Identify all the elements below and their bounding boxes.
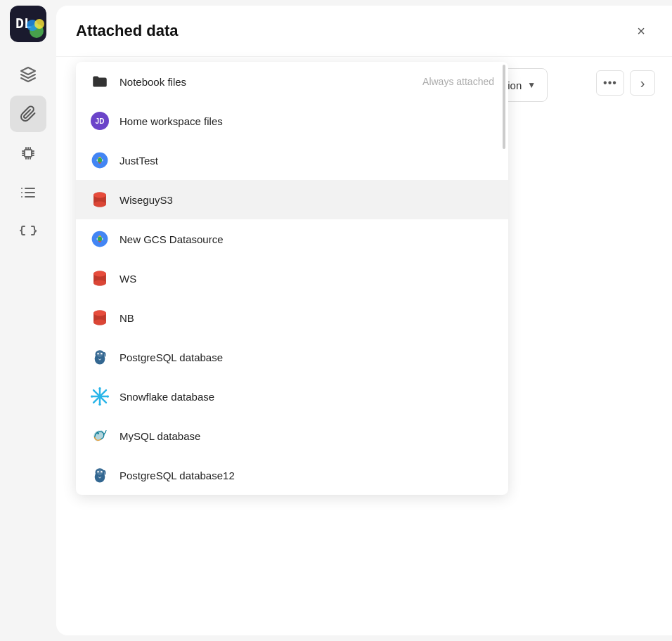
- list-item[interactable]: New GCS Datasource: [76, 219, 508, 259]
- svg-point-23: [101, 353, 102, 354]
- dots-icon: •••: [603, 77, 617, 89]
- s3-icon: [90, 190, 110, 209]
- app-logo[interactable]: DL: [10, 6, 46, 42]
- gcs-icon: [90, 229, 110, 249]
- chevron-right-button[interactable]: ›: [630, 70, 655, 96]
- svg-point-4: [34, 19, 44, 29]
- svg-point-22: [97, 353, 98, 354]
- list-item[interactable]: Snowflake database: [76, 377, 508, 416]
- list-item[interactable]: Notebook files Always attached: [76, 62, 508, 101]
- mysql-icon: [90, 426, 110, 446]
- svg-rect-5: [25, 150, 32, 157]
- chevron-down-icon: ▼: [527, 80, 536, 90]
- item-label: New GCS Datasource: [119, 233, 494, 245]
- item-label: NB: [119, 312, 494, 324]
- scrollbar[interactable]: [503, 62, 507, 495]
- svg-point-17: [93, 319, 106, 325]
- svg-point-30: [98, 403, 101, 406]
- sidebar-item-code[interactable]: [10, 214, 46, 250]
- item-label: Home workspace files: [119, 115, 494, 127]
- svg-point-28: [98, 394, 102, 399]
- chevron-right-icon: ›: [640, 75, 645, 91]
- list-item[interactable]: PostgreSQL database12: [76, 455, 508, 495]
- user-avatar: JD: [91, 112, 109, 130]
- app-container: DL: [0, 0, 672, 641]
- item-label: WiseguyS3: [119, 194, 494, 206]
- gcs-icon: [90, 150, 110, 170]
- attach-icon: [20, 105, 37, 122]
- item-label: Notebook files: [119, 76, 413, 88]
- s3-icon: [90, 308, 110, 328]
- sidebar-item-layers[interactable]: [10, 56, 46, 93]
- svg-point-31: [91, 395, 93, 397]
- svg-point-15: [93, 271, 106, 276]
- svg-point-37: [97, 471, 98, 472]
- sidebar: DL: [0, 0, 56, 641]
- dialog-header: Attached data ×: [56, 6, 672, 57]
- list-item[interactable]: PostgreSQL database: [76, 337, 508, 377]
- avatar-icon: JD: [90, 111, 110, 131]
- item-label: Snowflake database: [119, 391, 494, 403]
- svg-point-14: [93, 280, 106, 285]
- svg-point-33: [97, 433, 98, 434]
- dropdown-list: Notebook files Always attached JD Home w…: [76, 62, 508, 495]
- svg-point-38: [101, 471, 102, 472]
- code-icon: [20, 224, 37, 240]
- svg-point-18: [93, 310, 106, 316]
- list-item[interactable]: MySQL database: [76, 416, 508, 455]
- svg-point-9: [93, 201, 106, 207]
- svg-point-29: [98, 387, 101, 389]
- postgresql-icon: [90, 465, 110, 485]
- sidebar-item-chip[interactable]: [10, 135, 46, 171]
- postgresql-icon: [90, 347, 110, 367]
- svg-point-10: [93, 192, 106, 198]
- list-item[interactable]: WS: [76, 259, 508, 298]
- list-item[interactable]: WiseguyS3: [76, 180, 508, 219]
- main-content: Attached data × Select data to attach ▲ …: [56, 6, 672, 635]
- svg-point-7: [98, 158, 103, 163]
- layers-icon: [20, 66, 37, 83]
- item-label: JustTest: [119, 155, 494, 167]
- s3-icon: [90, 268, 110, 288]
- scrollbar-thumb: [503, 65, 505, 149]
- svg-point-12: [98, 237, 103, 242]
- chip-icon: [20, 145, 37, 162]
- svg-point-32: [107, 395, 109, 397]
- right-panel: ••• ›: [588, 62, 672, 104]
- item-label: PostgreSQL database12: [119, 470, 494, 481]
- dialog-title: Attached data: [76, 22, 178, 40]
- item-label: WS: [119, 273, 494, 285]
- item-label: PostgreSQL database: [119, 351, 494, 363]
- close-button[interactable]: ×: [630, 20, 652, 42]
- item-label: MySQL database: [119, 430, 494, 442]
- item-badge: Always attached: [422, 76, 494, 87]
- folder-icon: [90, 72, 110, 91]
- list-item[interactable]: JD Home workspace files: [76, 101, 508, 141]
- list-item[interactable]: JustTest: [76, 141, 508, 180]
- three-dots-button[interactable]: •••: [596, 70, 624, 96]
- snowflake-icon: [90, 387, 110, 406]
- sidebar-item-attach[interactable]: [10, 96, 46, 132]
- list-icon: [20, 184, 37, 201]
- sidebar-item-list[interactable]: [10, 174, 46, 211]
- list-item[interactable]: NB: [76, 298, 508, 337]
